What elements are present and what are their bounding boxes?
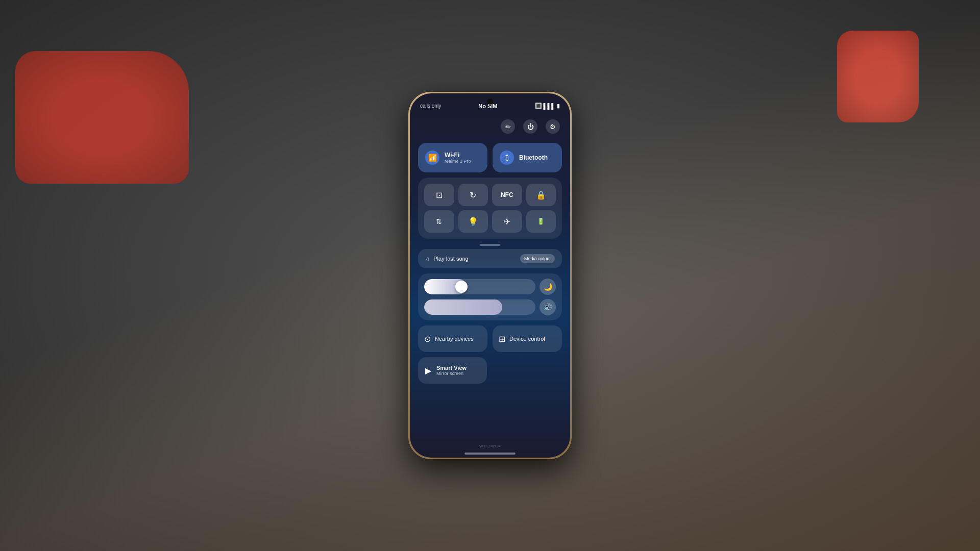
wifi-subtitle: realme 3 Pro bbox=[445, 159, 471, 164]
bluetooth-icon: ₿ bbox=[500, 151, 514, 165]
mobile-data-toggle[interactable]: ⇅ bbox=[424, 210, 454, 233]
home-bar bbox=[410, 449, 570, 458]
media-output-button[interactable]: Media output bbox=[520, 254, 555, 263]
home-indicator[interactable] bbox=[464, 453, 516, 455]
airplane-toggle[interactable]: ✈ bbox=[492, 210, 522, 233]
device-control-label: Device control bbox=[509, 336, 545, 342]
flashlight-toggle[interactable]: 💡 bbox=[458, 210, 488, 233]
volume-row: 🔊 bbox=[424, 299, 556, 315]
status-right-icons: 🔳 ▌▌▌ ▮ bbox=[535, 103, 560, 109]
screenshot-toggle[interactable]: ⊡ bbox=[424, 184, 454, 206]
nearby-devices-label: Nearby devices bbox=[435, 336, 474, 342]
wifi-text: Wi-Fi realme 3 Pro bbox=[445, 152, 471, 164]
smart-view-title: Smart View bbox=[436, 365, 467, 371]
sync-toggle[interactable]: ↻ bbox=[458, 184, 488, 206]
phone-screen: calls only No SIM 🔳 ▌▌▌ ▮ ✏ ⏻ ⚙ bbox=[410, 93, 570, 458]
settings-button[interactable]: ⚙ bbox=[546, 119, 560, 134]
brightness-thumb[interactable] bbox=[455, 281, 468, 293]
brightness-row: 🌙 bbox=[424, 279, 556, 295]
drag-indicator bbox=[480, 244, 500, 246]
do-not-disturb-button[interactable]: 🌙 bbox=[540, 279, 556, 295]
wifi-tile[interactable]: 📶 Wi-Fi realme 3 Pro bbox=[418, 143, 487, 172]
phone-wrapper: calls only No SIM 🔳 ▌▌▌ ▮ ✏ ⏻ ⚙ bbox=[408, 92, 572, 459]
sliders-section: 🌙 🔊 bbox=[418, 273, 562, 320]
nearby-devices-tile[interactable]: ⊙ Nearby devices bbox=[418, 325, 487, 352]
phone-shell: calls only No SIM 🔳 ▌▌▌ ▮ ✏ ⏻ ⚙ bbox=[408, 92, 572, 459]
battery-icon: 🔳 bbox=[535, 103, 542, 109]
battery-saver-toggle[interactable]: 🔋 bbox=[526, 210, 556, 233]
bluetooth-title: Bluetooth bbox=[519, 154, 548, 161]
camera-notch bbox=[487, 98, 493, 105]
edit-button[interactable]: ✏ bbox=[501, 119, 515, 134]
media-info: ♫ Play last song bbox=[425, 256, 469, 262]
device-control-icon: ⊞ bbox=[499, 334, 505, 344]
wifi-icon: 📶 bbox=[425, 151, 439, 165]
model-number: W1K2420M bbox=[479, 444, 501, 448]
bottom-tiles-row: ⊙ Nearby devices ⊞ Device control bbox=[418, 325, 562, 352]
device-control-tile[interactable]: ⊞ Device control bbox=[493, 325, 562, 352]
smart-view-icon: ▶ bbox=[425, 366, 431, 375]
volume-button[interactable]: 🔊 bbox=[540, 299, 556, 315]
nearby-devices-icon: ⊙ bbox=[424, 334, 431, 344]
smart-view-text: Smart View Mirror screen bbox=[436, 365, 467, 376]
screen-lock-toggle[interactable]: 🔒 bbox=[526, 184, 556, 206]
wifi-title: Wi-Fi bbox=[445, 152, 471, 159]
smart-view-subtitle: Mirror screen bbox=[436, 371, 467, 376]
bluetooth-tile[interactable]: ₿ Bluetooth bbox=[493, 143, 562, 172]
battery-level-icon: ▮ bbox=[557, 103, 560, 109]
top-action-icons: ✏ ⏻ ⚙ bbox=[418, 117, 562, 138]
volume-slider[interactable] bbox=[424, 299, 535, 315]
power-button[interactable]: ⏻ bbox=[523, 119, 537, 134]
smart-view-tile[interactable]: ▶ Smart View Mirror screen bbox=[418, 357, 487, 384]
signal-icon: ▌▌▌ bbox=[544, 103, 555, 109]
music-note-icon: ♫ bbox=[425, 256, 429, 262]
quick-settings-panel: ✏ ⏻ ⚙ 📶 Wi-Fi realme 3 Pro ₿ bbox=[410, 113, 570, 449]
volume-fill bbox=[424, 299, 502, 315]
bluetooth-text: Bluetooth bbox=[519, 154, 548, 161]
status-calls-only: calls only bbox=[420, 103, 441, 109]
toggles-panel: ⊡ ↻ NFC 🔒 ⇅ 💡 ✈ 🔋 bbox=[418, 178, 562, 239]
brightness-slider[interactable] bbox=[424, 279, 535, 294]
media-song-label: Play last song bbox=[433, 256, 468, 262]
brightness-fill bbox=[424, 279, 467, 294]
connectivity-row: 📶 Wi-Fi realme 3 Pro ₿ Bluetooth bbox=[418, 143, 562, 172]
media-player[interactable]: ♫ Play last song Media output bbox=[418, 249, 562, 268]
toy-car-decoration bbox=[15, 51, 189, 184]
nfc-toggle[interactable]: NFC bbox=[492, 184, 522, 206]
toy-scooter-decoration bbox=[837, 31, 919, 122]
